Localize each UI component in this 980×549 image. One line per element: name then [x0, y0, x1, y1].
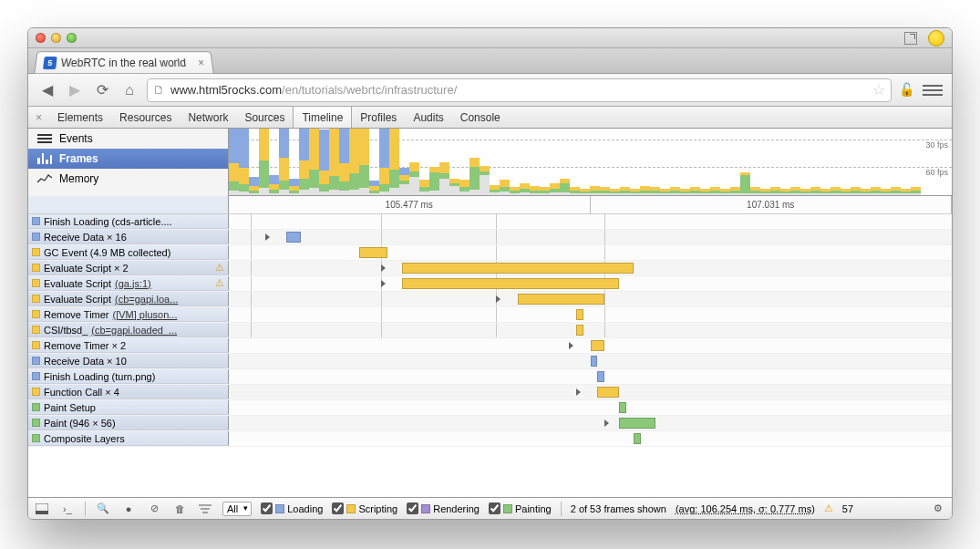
- timeline-bar[interactable]: [619, 402, 626, 413]
- back-button[interactable]: ◀: [37, 80, 57, 100]
- browser-tab[interactable]: 5 WebRTC in the real world ×: [34, 51, 213, 73]
- bookmark-star-icon[interactable]: ☆: [872, 81, 885, 98]
- timeline-bar[interactable]: [402, 278, 619, 289]
- expand-triangle-icon[interactable]: [381, 280, 386, 287]
- tab-network[interactable]: Network: [180, 107, 236, 128]
- timeline-row[interactable]: Evaluate Script (ga.js:1)⚠: [28, 276, 952, 292]
- timeline-bar[interactable]: [359, 247, 388, 258]
- page-icon: 🗋: [153, 83, 165, 97]
- timeline-row[interactable]: CSI/tbsd_ (cb=gapi.loaded_...: [28, 323, 952, 338]
- tab-console[interactable]: Console: [452, 107, 509, 128]
- tab-profiles[interactable]: Profiles: [352, 107, 405, 128]
- tab-sources[interactable]: Sources: [236, 107, 293, 128]
- source-link[interactable]: (cb=gapi.loa...: [115, 294, 178, 305]
- category-swatch: [32, 419, 40, 427]
- expand-triangle-icon[interactable]: [265, 233, 270, 241]
- timeline-row[interactable]: Composite Layers: [28, 431, 952, 447]
- timeline-row[interactable]: Receive Data × 10: [28, 354, 952, 369]
- frames-icon: [37, 153, 52, 164]
- close-devtools-icon[interactable]: ×: [28, 111, 49, 124]
- search-icon[interactable]: 🔍: [95, 501, 111, 517]
- timeline-row[interactable]: Paint Setup: [28, 400, 952, 416]
- expand-triangle-icon[interactable]: [381, 264, 386, 272]
- source-link[interactable]: ([VM] pluson...: [113, 309, 178, 320]
- timeline-bar[interactable]: [576, 325, 583, 336]
- minimize-window-button[interactable]: [51, 33, 61, 43]
- timeline-row[interactable]: Remove Timer × 2: [28, 338, 952, 354]
- scripting-checkbox[interactable]: Scripting: [332, 502, 397, 514]
- timeline-row[interactable]: Paint (946 × 56): [28, 416, 952, 431]
- row-label: Paint (946 × 56): [28, 416, 229, 430]
- home-button[interactable]: ⌂: [119, 80, 139, 100]
- expand-triangle-icon[interactable]: [569, 342, 573, 349]
- sidebar-label: Frames: [59, 152, 98, 165]
- row-lane: [229, 369, 952, 384]
- timeline-row[interactable]: Evaluate Script × 2⚠: [28, 261, 952, 276]
- filter-select[interactable]: All: [222, 502, 252, 516]
- sidebar-item-memory[interactable]: Memory: [28, 169, 228, 189]
- loading-checkbox[interactable]: Loading: [261, 502, 323, 514]
- timeline-bar[interactable]: [402, 263, 634, 274]
- timeline-row[interactable]: Remove Timer ([VM] pluson...: [28, 307, 952, 323]
- url-path: /en/tutorials/webrtc/infrastructure/: [282, 83, 457, 97]
- timeline-row[interactable]: Finish Loading (cds-article....: [28, 214, 952, 230]
- sidebar-item-events[interactable]: Events: [28, 129, 228, 149]
- timeline-bar[interactable]: [597, 371, 604, 382]
- sidebar-item-frames[interactable]: Frames: [28, 149, 228, 169]
- console-toggle-button[interactable]: ›_: [59, 501, 76, 517]
- expand-triangle-icon[interactable]: [604, 420, 609, 427]
- timeline-bar[interactable]: [286, 232, 301, 243]
- timeline-bar[interactable]: [576, 309, 583, 320]
- filter-icon[interactable]: [197, 501, 213, 517]
- close-window-button[interactable]: [36, 33, 46, 43]
- browser-tabstrip: 5 WebRTC in the real world ×: [28, 48, 952, 74]
- memory-icon: [37, 173, 52, 184]
- frames-overview[interactable]: 30 fps 60 fps: [229, 129, 952, 196]
- timeline-row[interactable]: Function Call × 4: [28, 385, 952, 400]
- timeline-row[interactable]: Finish Loading (turn.png): [28, 369, 952, 385]
- dock-button[interactable]: [34, 501, 50, 517]
- timeline-row[interactable]: Receive Data × 16: [28, 230, 952, 245]
- reload-button[interactable]: ⟳: [92, 80, 112, 100]
- painting-checkbox[interactable]: Painting: [489, 502, 552, 514]
- source-link[interactable]: (ga.js:1): [115, 278, 151, 289]
- warning-icon[interactable]: ⚠: [824, 502, 833, 514]
- timeline-row[interactable]: GC Event (4.9 MB collected): [28, 245, 952, 261]
- row-lane: [229, 261, 952, 275]
- timeline-bar[interactable]: [591, 356, 598, 367]
- fullscreen-icon[interactable]: [904, 32, 917, 45]
- tab-timeline[interactable]: Timeline: [293, 107, 352, 128]
- category-swatch: [32, 326, 40, 334]
- close-tab-icon[interactable]: ×: [197, 57, 205, 69]
- extension-icon[interactable]: 🔓: [899, 82, 915, 98]
- timeline-bar[interactable]: [634, 433, 641, 444]
- expand-triangle-icon[interactable]: [496, 295, 500, 303]
- garbage-collect-button[interactable]: 🗑: [171, 501, 188, 517]
- source-link[interactable]: (cb=gapi.loaded_...: [91, 325, 177, 336]
- hamburger-menu-button[interactable]: [923, 80, 943, 100]
- timeline-mode-sidebar: Events Frames Memory: [28, 129, 229, 196]
- timeline-bar[interactable]: [591, 340, 605, 351]
- row-lane: [229, 416, 952, 430]
- warning-count: 57: [842, 503, 853, 514]
- warning-icon: ⚠: [215, 277, 224, 289]
- timeline-bar[interactable]: [597, 387, 619, 398]
- row-label: Finish Loading (turn.png): [28, 369, 229, 384]
- tab-elements[interactable]: Elements: [49, 107, 111, 128]
- clear-button[interactable]: ⊘: [146, 501, 162, 517]
- settings-gear-icon[interactable]: ⚙: [930, 501, 946, 517]
- timeline-bar[interactable]: [518, 294, 604, 305]
- record-button[interactable]: ●: [120, 501, 137, 517]
- tab-audits[interactable]: Audits: [405, 107, 451, 128]
- row-lane: [229, 323, 952, 337]
- timeline-bar[interactable]: [619, 418, 655, 429]
- timeline-row[interactable]: Evaluate Script (cb=gapi.loa...: [28, 292, 952, 307]
- expand-triangle-icon[interactable]: [576, 388, 581, 396]
- tab-resources[interactable]: Resources: [111, 107, 180, 128]
- zoom-window-button[interactable]: [67, 33, 77, 43]
- tab-title: WebRTC in the real world: [60, 57, 186, 69]
- forward-button[interactable]: ▶: [65, 80, 85, 100]
- url-bar[interactable]: 🗋 www.html5rocks.com/en/tutorials/webrtc…: [147, 78, 892, 102]
- rendering-checkbox[interactable]: Rendering: [407, 502, 480, 514]
- time-ruler[interactable]: 105.477 ms 107.031 ms: [229, 196, 952, 214]
